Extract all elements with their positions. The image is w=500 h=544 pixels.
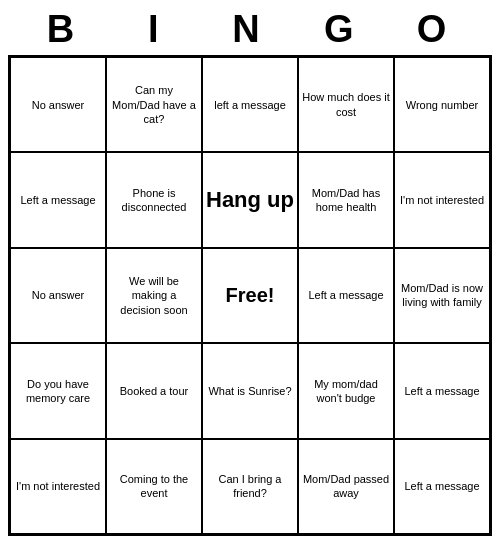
bingo-cell-24: Left a message	[394, 439, 490, 534]
bingo-cell-3: How much does it cost	[298, 57, 394, 152]
bingo-grid: No answerCan my Mom/Dad have a cat?left …	[8, 55, 492, 536]
bingo-cell-21: Coming to the event	[106, 439, 202, 534]
title-n: N	[204, 8, 297, 51]
bingo-cell-6: Phone is disconnected	[106, 152, 202, 247]
bingo-cell-20: I'm not interested	[10, 439, 106, 534]
bingo-cell-7: Hang up	[202, 152, 298, 247]
title-i: I	[111, 8, 204, 51]
title-o: O	[389, 8, 482, 51]
bingo-cell-12: Free!	[202, 248, 298, 343]
bingo-cell-0: No answer	[10, 57, 106, 152]
bingo-cell-19: Left a message	[394, 343, 490, 438]
bingo-cell-2: left a message	[202, 57, 298, 152]
bingo-cell-13: Left a message	[298, 248, 394, 343]
bingo-cell-4: Wrong number	[394, 57, 490, 152]
bingo-cell-9: I'm not interested	[394, 152, 490, 247]
bingo-cell-17: What is Sunrise?	[202, 343, 298, 438]
bingo-cell-15: Do you have memory care	[10, 343, 106, 438]
bingo-cell-18: My mom/dad won't budge	[298, 343, 394, 438]
title-b: B	[18, 8, 111, 51]
bingo-cell-14: Mom/Dad is now living with family	[394, 248, 490, 343]
bingo-cell-8: Mom/Dad has home health	[298, 152, 394, 247]
title-g: G	[296, 8, 389, 51]
bingo-cell-16: Booked a tour	[106, 343, 202, 438]
bingo-cell-11: We will be making a decision soon	[106, 248, 202, 343]
bingo-cell-5: Left a message	[10, 152, 106, 247]
bingo-cell-23: Mom/Dad passed away	[298, 439, 394, 534]
bingo-cell-10: No answer	[10, 248, 106, 343]
bingo-cell-1: Can my Mom/Dad have a cat?	[106, 57, 202, 152]
bingo-title: B I N G O	[8, 8, 492, 51]
bingo-cell-22: Can I bring a friend?	[202, 439, 298, 534]
